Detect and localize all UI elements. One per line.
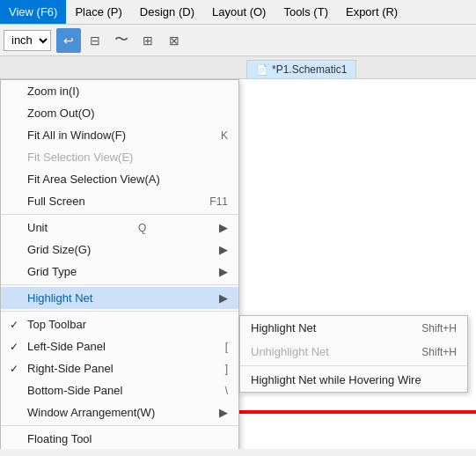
menu-item-window-arrange[interactable]: Window Arrangement(W) ▶ [1,401,238,423]
toolbar-icon4[interactable]: ⊠ [162,28,187,53]
menu-item-highlight-net[interactable]: Highlight Net ▶ [1,287,238,309]
tabbar: 📄 *P1.Schematic1 [0,56,476,79]
menu-place[interactable]: Place (P) [66,0,130,24]
separator-1 [1,214,238,215]
separator-3 [1,311,238,312]
submenu-separator [240,365,467,366]
menu-item-zoom-in[interactable]: Zoom in(I) [1,80,238,102]
red-line [238,410,476,414]
menu-item-top-toolbar[interactable]: ✓ Top Toolbar [1,313,238,335]
toolbar-icon2[interactable]: 〜 [109,28,134,53]
menu-item-left-panel[interactable]: ✓ Left-Side Panel [ [1,335,238,357]
menubar: View (F6) Place (P) Design (D) Layout (O… [0,0,476,25]
menu-item-fit-all[interactable]: Fit All in Window(F) K [1,124,238,146]
schematic-tab[interactable]: 📄 *P1.Schematic1 [246,60,356,78]
highlight-net-submenu: Highlight Net Shift+H Unhighlight Net Sh… [239,315,468,393]
menu-item-right-panel[interactable]: ✓ Right-Side Panel ] [1,357,238,379]
submenu-highlight-net[interactable]: Highlight Net Shift+H [240,316,467,340]
separator-4 [1,425,238,426]
toolbar: inch mm mil ↩ ⊟ 〜 ⊞ ⊠ [0,25,476,56]
menu-design[interactable]: Design (D) [131,0,203,24]
separator-2 [1,284,238,285]
menu-view[interactable]: View (F6) [0,0,66,24]
menu-item-grid-type[interactable]: Grid Type ▶ [1,261,238,283]
submenu-highlight-hover[interactable]: Highlight Net while Hovering Wire [240,368,467,392]
submenu-unhighlight-net: Unhighlight Net Shift+H [240,340,467,364]
unit-select[interactable]: inch mm mil [4,30,51,51]
toolbar-icon1[interactable]: ⊟ [83,28,107,53]
menu-item-fit-area[interactable]: Fit Area Selection View(A) [1,168,238,190]
menu-layout[interactable]: Layout (O) [203,0,275,24]
menu-tools[interactable]: Tools (T) [275,0,337,24]
menu-export[interactable]: Export (R) [337,0,406,24]
undo-button[interactable]: ↩ [56,28,81,53]
menu-item-zoom-out[interactable]: Zoom Out(O) [1,102,238,124]
tab-label: *P1.Schematic1 [272,63,347,76]
toolbar-icon3[interactable]: ⊞ [135,28,160,53]
menu-item-fit-selection: Fit Selection View(E) [1,146,238,168]
menu-item-unit[interactable]: Unit Q ▶ [1,217,238,239]
menu-item-grid-size[interactable]: Grid Size(G) ▶ [1,239,238,261]
main-area: Zoom in(I) Zoom Out(O) Fit All in Window… [0,79,476,449]
view-dropdown: Zoom in(I) Zoom Out(O) Fit All in Window… [0,79,239,449]
menu-item-bottom-panel[interactable]: Bottom-Side Panel \ [1,379,238,401]
tab-file-icon: 📄 [256,64,268,76]
menu-item-fullscreen[interactable]: Full Screen F11 [1,190,238,212]
menu-item-floating-tool[interactable]: Floating Tool [1,428,238,449]
